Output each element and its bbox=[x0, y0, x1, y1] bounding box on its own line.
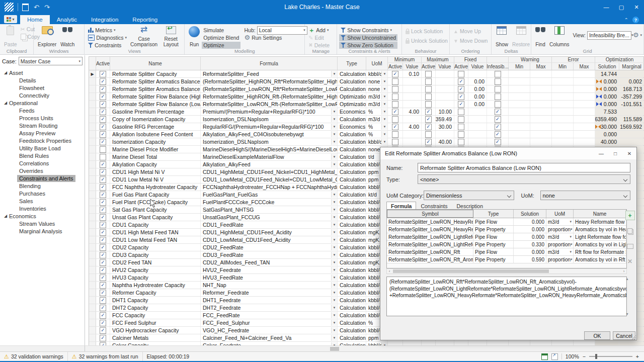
checkbox[interactable]: ✓ bbox=[100, 192, 106, 198]
cell-active[interactable]: ✓ bbox=[96, 78, 110, 85]
column-header-type[interactable]: Type bbox=[338, 57, 366, 70]
checkbox[interactable] bbox=[392, 139, 398, 145]
formula-dropdown-icon[interactable]: ▼ bbox=[331, 237, 337, 243]
checkbox[interactable]: ✓ bbox=[425, 109, 432, 115]
checkbox[interactable] bbox=[392, 78, 398, 85]
table-row[interactable]: ▶✓Reformate Splitter CapacityReformateSp… bbox=[89, 70, 643, 78]
add-button[interactable]: ＋Add▾ bbox=[307, 27, 331, 34]
close-button[interactable]: ✕ bbox=[629, 0, 644, 14]
checkbox[interactable] bbox=[425, 131, 432, 138]
formula-dropdown-icon[interactable]: ▼ bbox=[331, 305, 337, 311]
checkbox[interactable]: ✓ bbox=[425, 139, 432, 145]
cell-active[interactable]: ✓ bbox=[96, 221, 110, 228]
formula-dropdown-icon[interactable]: ▼ bbox=[331, 124, 337, 130]
checkbox[interactable] bbox=[495, 101, 501, 108]
type-select[interactable]: <none> bbox=[418, 174, 630, 184]
checkbox[interactable]: ✓ bbox=[100, 290, 106, 296]
checkbox[interactable]: ✓ bbox=[425, 124, 432, 130]
sidebar-item-details[interactable]: Details bbox=[0, 76, 85, 84]
checkbox[interactable] bbox=[100, 154, 106, 160]
cell-fixOn[interactable] bbox=[454, 116, 468, 123]
cell-infeas[interactable]: ✓ bbox=[487, 123, 509, 130]
checkbox[interactable] bbox=[458, 124, 464, 130]
checkbox[interactable]: ✓ bbox=[458, 94, 464, 100]
checkbox[interactable]: ✓ bbox=[100, 124, 106, 130]
sidebar-item-overrides[interactable]: Overrides bbox=[0, 167, 85, 174]
symbols-column-header-name[interactable]: Name bbox=[574, 210, 626, 218]
cell-active[interactable]: ✓ bbox=[96, 85, 110, 93]
case-comparison-button[interactable]: ⇄ Case Comparison bbox=[128, 26, 159, 48]
uom-dropdown-icon[interactable]: ▼ bbox=[381, 101, 387, 107]
checkbox[interactable]: ✓ bbox=[100, 252, 106, 258]
symbols-table-row[interactable]: ReformateSplitter_LowRON_HeavyReforma...… bbox=[387, 226, 626, 233]
formula-dropdown-icon[interactable]: ▼ bbox=[331, 252, 337, 258]
checkbox[interactable]: ✓ bbox=[425, 116, 432, 123]
save-icon[interactable] bbox=[22, 4, 29, 11]
metrics-button[interactable]: Metrics▾ bbox=[87, 27, 128, 34]
expander-icon[interactable]: ◢ bbox=[4, 214, 9, 218]
sidebar-item-inventories[interactable]: Inventories bbox=[0, 205, 85, 212]
cell-infeas[interactable] bbox=[487, 85, 509, 93]
formula-dropdown-icon[interactable]: ▼ bbox=[331, 116, 337, 122]
cell-active[interactable]: ✓ bbox=[96, 108, 110, 115]
cell-active[interactable]: ✓ bbox=[96, 131, 110, 138]
last-run-warnings[interactable]: ⚠ 32 warnings from last run bbox=[68, 352, 143, 361]
uom-select[interactable]: none bbox=[540, 191, 631, 200]
table-row[interactable]: ✓Isomerization CapacityIsomerization_DSL… bbox=[89, 138, 643, 146]
table-row[interactable]: ✓Reformate Splitter Flow Balance (High R… bbox=[89, 93, 643, 101]
formula-dropdown-icon[interactable]: ▼ bbox=[331, 259, 337, 265]
cell-active[interactable]: ✓ bbox=[96, 229, 110, 236]
formula-dropdown-icon[interactable]: ▼ bbox=[331, 327, 337, 333]
uom-dropdown-icon[interactable]: ▼ bbox=[381, 86, 387, 92]
validation-warnings[interactable]: ⚠ 32 validation warnings bbox=[0, 352, 68, 361]
deltas-show-button[interactable]: Show bbox=[494, 26, 510, 48]
cell-active[interactable]: ✓ bbox=[96, 312, 110, 319]
checkbox[interactable] bbox=[425, 71, 432, 77]
checkbox[interactable]: ✓ bbox=[458, 78, 464, 85]
column-header-uom[interactable]: UoM bbox=[366, 57, 388, 70]
cell-fixOn[interactable]: ✓ bbox=[454, 78, 468, 85]
formula-dropdown-icon[interactable]: ▼ bbox=[331, 207, 337, 213]
checkbox[interactable]: ✓ bbox=[100, 244, 106, 251]
deltas-restore-button[interactable]: Restore bbox=[510, 26, 532, 48]
lock-solution-button[interactable]: Lock Solution bbox=[404, 28, 449, 35]
symbols-table-row[interactable]: ReformateSplitter_LowRON_LightReformateP… bbox=[387, 233, 626, 241]
formula-dropdown-icon[interactable]: ▼ bbox=[331, 229, 337, 235]
checkbox[interactable] bbox=[458, 71, 464, 77]
sidebar-item-blending[interactable]: Blending bbox=[0, 182, 85, 190]
formula-dropdown-icon[interactable]: ▼ bbox=[331, 290, 337, 296]
cell-minOn[interactable] bbox=[388, 93, 403, 100]
cell-maxOn[interactable] bbox=[422, 93, 436, 100]
sidebar-item-stream-routing[interactable]: Stream Routing bbox=[0, 122, 85, 129]
checkbox[interactable]: ✓ bbox=[100, 237, 106, 243]
uom-dropdown-icon[interactable]: ▾ bbox=[570, 250, 572, 254]
minimize-button[interactable]: — bbox=[599, 0, 614, 14]
redo-icon[interactable]: ↷ bbox=[44, 4, 50, 11]
checkbox[interactable]: ✓ bbox=[100, 282, 106, 289]
tab-integration[interactable]: Integration bbox=[84, 15, 125, 24]
sidebar-item-assay-preview[interactable]: Assay Preview bbox=[0, 129, 85, 137]
cell-active[interactable]: ✓ bbox=[96, 244, 110, 251]
column-header-maximum-active[interactable]: Active bbox=[422, 63, 436, 70]
sidebar-item-feeds[interactable]: Feeds bbox=[0, 107, 85, 114]
checkbox[interactable] bbox=[392, 131, 398, 138]
cell-infeas[interactable] bbox=[487, 70, 509, 77]
symbols-table-row[interactable]: ReformateSplitter_LowRON_HeavyReformateP… bbox=[387, 218, 626, 226]
symbols-column-header-type[interactable]: Type bbox=[473, 210, 514, 218]
cell-infeas[interactable]: ✓ bbox=[487, 108, 509, 115]
cell-active[interactable] bbox=[96, 153, 110, 160]
properties-button[interactable] bbox=[626, 242, 634, 250]
move-up-button[interactable]: Move Up bbox=[452, 28, 489, 35]
tree-group-asset[interactable]: ◢Asset bbox=[0, 69, 85, 76]
column-header-formula[interactable]: Formula bbox=[201, 57, 338, 70]
tree-group-economics[interactable]: ◢Economics bbox=[0, 212, 85, 220]
column-header-warning-max[interactable]: Max bbox=[530, 63, 552, 70]
column-header-optimization-solution[interactable]: Solution bbox=[595, 63, 619, 70]
cell-active[interactable]: ✓ bbox=[96, 266, 110, 274]
sidebar-item-purchases[interactable]: Purchases bbox=[0, 190, 85, 197]
add-symbol-button[interactable]: + bbox=[625, 211, 635, 220]
formula-textarea[interactable]: (ReformateSplitter_LowRON_Rft*ReformateS… bbox=[386, 277, 627, 316]
uom-dropdown-icon[interactable]: ▼ bbox=[381, 109, 387, 115]
checkbox[interactable]: ✓ bbox=[392, 109, 398, 115]
sidebar-item-correlations[interactable]: Correlations bbox=[0, 159, 85, 167]
